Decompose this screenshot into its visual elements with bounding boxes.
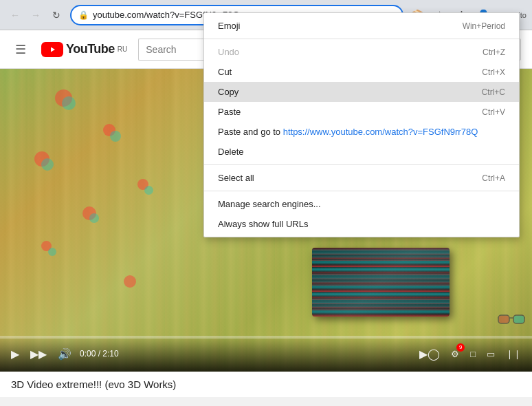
- paste-go-url: https://www.youtube.com/watch?v=FSGfN9rr…: [283, 127, 478, 137]
- 3d-object: [312, 248, 450, 317]
- video-title-bar: 3D Video extreme!!! (evo 3D Works): [0, 372, 532, 397]
- time-display: 0:00 / 2:10: [80, 349, 119, 359]
- refresh-button[interactable]: ↻: [47, 6, 66, 25]
- lock-icon: 🔒: [78, 10, 89, 20]
- delete-label: Delete: [218, 147, 244, 157]
- copy-shortcut: Ctrl+C: [482, 87, 505, 97]
- cyan-dot-6: [144, 186, 153, 195]
- context-menu-paste[interactable]: Paste Ctrl+V: [204, 102, 519, 122]
- red-dot-7: [124, 275, 136, 288]
- context-menu-undo[interactable]: Undo Ctrl+Z: [204, 42, 519, 62]
- paste-label: Paste: [218, 107, 241, 117]
- miniplayer-button[interactable]: □: [467, 346, 478, 362]
- context-menu-delete[interactable]: Delete: [204, 142, 519, 162]
- next-button[interactable]: ▶▶: [27, 345, 49, 363]
- cyan-dot-4: [89, 213, 99, 223]
- settings-badge-container: ⚙ 9: [448, 346, 462, 362]
- glasses-icon: [498, 310, 525, 330]
- forward-button[interactable]: →: [26, 6, 45, 25]
- theater-button[interactable]: ▭: [484, 346, 498, 362]
- separator-2: [204, 191, 519, 191]
- context-menu: Emoji Win+Period Undo Ctrl+Z Cut Ctrl+X …: [203, 12, 520, 237]
- settings-badge: 9: [456, 343, 465, 352]
- context-menu-cut[interactable]: Cut Ctrl+X: [204, 62, 519, 82]
- select-all-label: Select all: [218, 173, 254, 183]
- youtube-play-icon: [47, 45, 58, 54]
- paste-go-label: Paste and go to https://www.youtube.com/…: [218, 127, 478, 137]
- paste-shortcut: Ctrl+V: [482, 107, 505, 117]
- cut-label: Cut: [218, 67, 232, 77]
- context-menu-manage-engines[interactable]: Manage search engines...: [204, 194, 519, 214]
- manage-engines-label: Manage search engines...: [218, 199, 321, 209]
- undo-label: Undo: [218, 47, 239, 57]
- context-menu-copy[interactable]: Copy Ctrl+C: [204, 82, 519, 102]
- cyan-dot-1: [62, 96, 76, 110]
- volume-button[interactable]: 🔊: [55, 345, 74, 363]
- video-title: 3D Video extreme!!! (evo 3D Works): [11, 378, 176, 390]
- fullscreen-button[interactable]: ❘❘: [503, 346, 524, 362]
- context-menu-paste-go[interactable]: Paste and go to https://www.youtube.com/…: [204, 122, 519, 142]
- play-button[interactable]: ▶: [8, 345, 22, 363]
- select-all-shortcut: Ctrl+A: [482, 173, 505, 183]
- back-button[interactable]: ←: [5, 6, 25, 25]
- youtube-logo-icon: [41, 42, 63, 57]
- context-menu-show-urls[interactable]: Always show full URLs: [204, 214, 519, 234]
- autoplay-button[interactable]: ▶◯: [417, 345, 443, 363]
- cyan-dot-2: [110, 131, 121, 142]
- context-menu-select-all[interactable]: Select all Ctrl+A: [204, 168, 519, 188]
- youtube-wordmark: YouTube: [66, 42, 115, 56]
- progress-bar[interactable]: [0, 336, 532, 339]
- svg-rect-0: [498, 315, 509, 323]
- separator-0: [204, 39, 519, 39]
- youtube-region: RU: [118, 45, 127, 53]
- cut-shortcut: Ctrl+X: [482, 67, 505, 77]
- undo-shortcut: Ctrl+Z: [483, 47, 505, 57]
- separator-1: [204, 164, 519, 165]
- emoji-label: Emoji: [218, 21, 241, 31]
- context-menu-header: Emoji Win+Period: [204, 16, 519, 36]
- emoji-shortcut: Win+Period: [463, 21, 505, 31]
- copy-label: Copy: [218, 87, 239, 97]
- youtube-logo[interactable]: YouTubeRU: [41, 42, 127, 57]
- svg-rect-1: [513, 315, 524, 323]
- hamburger-menu-button[interactable]: ☰: [11, 38, 30, 61]
- video-controls: ▶ ▶▶ 🔊 0:00 / 2:10 ▶◯ ⚙ 9 □ ▭ ❘❘: [0, 336, 532, 372]
- show-urls-label: Always show full URLs: [218, 219, 309, 229]
- cyan-dot-5: [48, 248, 56, 256]
- cyan-dot-3: [41, 158, 54, 171]
- nav-buttons: ← → ↻: [5, 6, 66, 25]
